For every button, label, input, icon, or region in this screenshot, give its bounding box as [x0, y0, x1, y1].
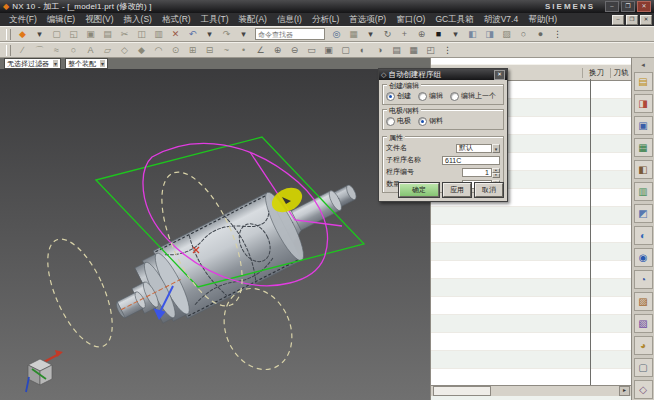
paste-icon[interactable]: ▥	[151, 27, 167, 42]
undo-caret-icon[interactable]: ▾	[202, 27, 218, 42]
menu-item[interactable]: 文件(F)	[4, 14, 42, 26]
navigator-row[interactable]	[431, 243, 631, 261]
navigator-row[interactable]	[431, 297, 631, 315]
maximize-button[interactable]: ❐	[621, 1, 635, 12]
roles-icon[interactable]: ◕	[634, 336, 653, 355]
point-icon[interactable]: •	[236, 43, 252, 58]
menu-item[interactable]: 首选项(P)	[344, 14, 391, 26]
circle-icon[interactable]: ○	[66, 43, 82, 58]
render-style-icon[interactable]: ■	[431, 27, 447, 42]
doc-minimize-button[interactable]: –	[612, 15, 624, 25]
close-button[interactable]: ✕	[637, 1, 651, 12]
orient-front-icon[interactable]: ◨	[482, 27, 498, 42]
render-style-caret-icon[interactable]: ▾	[448, 27, 464, 42]
chevron-down-icon[interactable]: ▾	[492, 144, 500, 153]
menu-item[interactable]: 窗口(O)	[391, 14, 430, 26]
selection-scope-dropdown[interactable]: 整个装配 ▾	[65, 58, 108, 69]
menu-item[interactable]: 帮助(H)	[523, 14, 562, 26]
cut-icon[interactable]: ✂	[117, 27, 133, 42]
save-icon[interactable]: ▣	[83, 27, 99, 42]
menu-item[interactable]: 工具(T)	[196, 14, 234, 26]
menu-item[interactable]: 视图(V)	[80, 14, 118, 26]
doc-restore-button[interactable]: ❐	[626, 15, 638, 25]
column-header-toolchange[interactable]: 换刀	[583, 68, 611, 78]
line-icon[interactable]: ∕	[15, 43, 31, 58]
command-finder-input[interactable]	[255, 28, 325, 40]
minimize-button[interactable]: –	[605, 1, 619, 12]
program-number-stepper[interactable]: ▴ ▾	[492, 168, 500, 177]
radio-option[interactable]: 钢料	[418, 116, 443, 126]
navigator-row[interactable]	[431, 207, 631, 225]
new-file-icon[interactable]: ▢	[49, 27, 65, 42]
assembly-navigator-icon[interactable]: ▤	[634, 72, 653, 91]
radio-icon[interactable]	[386, 92, 395, 101]
start-caret-icon[interactable]: ▾	[32, 27, 48, 42]
revolve-icon[interactable]: ◠	[151, 43, 167, 58]
constraint-navigator-icon[interactable]: ◨	[634, 94, 653, 113]
zoom-in-icon[interactable]: ⊕	[270, 43, 286, 58]
process-studio-icon[interactable]: ▨	[634, 292, 653, 311]
mirror-icon[interactable]: ⊟	[202, 43, 218, 58]
subprogram-name-input[interactable]: 611C	[442, 156, 500, 165]
rectangle-icon[interactable]: ▱	[100, 43, 116, 58]
window-caret-icon[interactable]: ▾	[363, 27, 379, 42]
redo-icon[interactable]: ↷	[219, 27, 235, 42]
graphics-viewport[interactable]	[0, 58, 430, 400]
filename-select[interactable]: 默认	[456, 144, 492, 153]
spin-down-icon[interactable]: ▾	[492, 173, 500, 178]
zoom-out-icon[interactable]: ⊖	[287, 43, 303, 58]
navigator-row[interactable]	[431, 315, 631, 333]
ok-button[interactable]: 确定	[399, 183, 439, 197]
navigator-row[interactable]	[431, 351, 631, 369]
blend-icon[interactable]: ~	[219, 43, 235, 58]
toolbar-grip[interactable]	[6, 45, 11, 56]
radio-option[interactable]: 电极	[386, 116, 411, 126]
menu-item[interactable]: 编辑(E)	[42, 14, 80, 26]
rotate-view-icon[interactable]: ↻	[380, 27, 396, 42]
history-icon[interactable]: ◔	[634, 270, 653, 289]
scroll-right-arrow-icon[interactable]: ▸	[619, 386, 630, 396]
menu-item[interactable]: 分析(L)	[307, 14, 344, 26]
radio-option[interactable]: 编辑上一个	[450, 91, 496, 101]
radio-option[interactable]: 编辑	[418, 91, 443, 101]
wireframe-mode-icon[interactable]: ○	[516, 27, 532, 42]
copy-icon[interactable]: ◫	[134, 27, 150, 42]
view-manager-icon[interactable]: ▦	[406, 43, 422, 58]
section-view-icon[interactable]: ◑	[372, 43, 388, 58]
resource-bar-collapse-icon[interactable]: ◂	[641, 58, 645, 72]
machine-tool-navigator-icon[interactable]: ◧	[634, 160, 653, 179]
hd3d-tools-icon[interactable]: ◐	[634, 226, 653, 245]
datum-plane-icon[interactable]: ◇	[117, 43, 133, 58]
menu-item[interactable]: 信息(I)	[272, 14, 307, 26]
touch-panel-icon[interactable]: ◇	[634, 380, 653, 399]
cancel-button[interactable]: 取消	[475, 183, 503, 197]
navigator-row[interactable]	[431, 225, 631, 243]
dialog-close-icon[interactable]: ✕	[494, 70, 505, 80]
toolbar-overflow-icon[interactable]: ⋮	[440, 43, 456, 58]
operation-navigator-icon[interactable]: ▦	[634, 138, 653, 157]
radio-option[interactable]: 创建	[386, 91, 411, 101]
navigator-row[interactable]	[431, 279, 631, 297]
column-header-toolpath[interactable]: 刀轨	[611, 68, 631, 78]
reuse-library-icon[interactable]: ▥	[634, 182, 653, 201]
menu-item[interactable]: GC工具箱	[430, 14, 478, 26]
print-icon[interactable]: ▤	[100, 27, 116, 42]
navigator-horizontal-scrollbar[interactable]: ▸	[431, 385, 631, 396]
orient-top-icon[interactable]: ◧	[465, 27, 481, 42]
more-tools-icon[interactable]: ⋮	[550, 27, 566, 42]
scrollbar-thumb[interactable]	[433, 386, 491, 396]
chevron-down-icon[interactable]: ▾	[53, 60, 58, 67]
system-scenes-icon[interactable]: ▢	[634, 358, 653, 377]
view-palette-icon[interactable]: ◩	[634, 204, 653, 223]
radio-icon[interactable]	[418, 92, 427, 101]
chevron-down-icon[interactable]: ▾	[100, 60, 105, 67]
radio-icon[interactable]	[386, 117, 395, 126]
zoom-view-icon[interactable]: ⊕	[414, 27, 430, 42]
dialog-title-bar[interactable]: ◇ 自动创建程序组 ✕	[379, 69, 507, 80]
capture-icon[interactable]: ◰	[423, 43, 439, 58]
window-layout-icon[interactable]: ▦	[346, 27, 362, 42]
pattern-icon[interactable]: ⊞	[185, 43, 201, 58]
text-icon[interactable]: A	[83, 43, 99, 58]
selection-filter-dropdown[interactable]: 无选择过滤器 ▾	[4, 58, 61, 69]
radio-icon[interactable]	[450, 92, 459, 101]
